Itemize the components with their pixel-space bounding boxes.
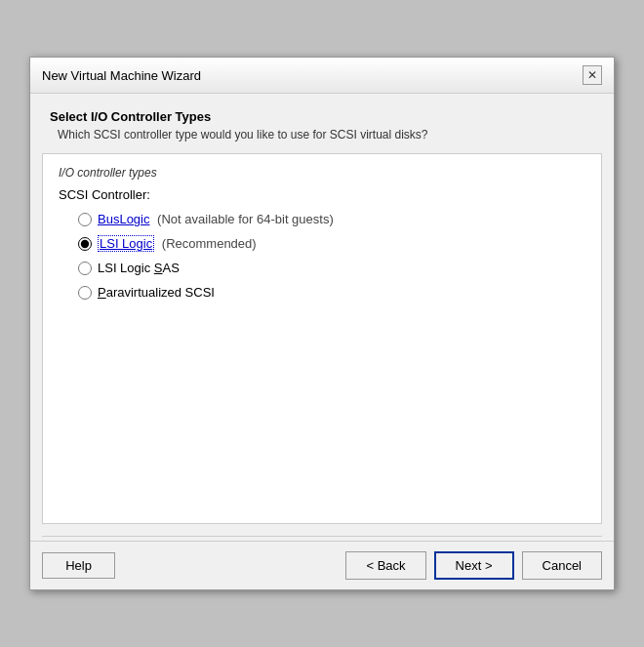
group-label: SCSI Controller: [59, 187, 585, 202]
next-button[interactable]: Next > [434, 551, 514, 580]
radio-group: BusLogic (Not available for 64-bit guest… [59, 212, 585, 300]
list-item: BusLogic (Not available for 64-bit guest… [78, 212, 585, 226]
content-area: I/O controller types SCSI Controller: Bu… [42, 153, 602, 524]
cancel-button[interactable]: Cancel [522, 551, 602, 580]
help-button[interactable]: Help [42, 552, 115, 579]
list-item: LSI Logic SAS [78, 261, 585, 275]
buslogic-label[interactable]: BusLogic (Not available for 64-bit guest… [98, 212, 334, 226]
footer: Help < Back Next > Cancel [30, 541, 614, 589]
lsilogic-radio[interactable] [78, 237, 92, 251]
paravirtualized-radio[interactable] [78, 286, 92, 300]
list-item: Paravirtualized SCSI [78, 285, 585, 300]
title-bar: New Virtual Machine Wizard ✕ [30, 58, 614, 94]
buslogic-radio[interactable] [78, 213, 92, 226]
header-section: Select I/O Controller Types Which SCSI c… [30, 94, 614, 153]
lsilogic-label[interactable]: LSI Logic (Recommended) [98, 236, 257, 251]
divider [42, 536, 602, 537]
lsilogicsas-radio[interactable] [78, 262, 92, 275]
list-item: LSI Logic (Recommended) [78, 236, 585, 251]
paravirtualized-label[interactable]: Paravirtualized SCSI [98, 285, 215, 300]
page-subtitle: Which SCSI controller type would you lik… [50, 128, 594, 142]
lsilogicsas-label[interactable]: LSI Logic SAS [98, 261, 180, 275]
close-button[interactable]: ✕ [583, 65, 602, 85]
footer-left: Help [42, 552, 115, 579]
footer-right: < Back Next > Cancel [345, 551, 602, 580]
section-label: I/O controller types [59, 166, 585, 180]
dialog: New Virtual Machine Wizard ✕ Select I/O … [29, 57, 615, 590]
page-title: Select I/O Controller Types [50, 109, 594, 124]
dialog-title: New Virtual Machine Wizard [42, 68, 201, 83]
back-button[interactable]: < Back [345, 551, 425, 580]
